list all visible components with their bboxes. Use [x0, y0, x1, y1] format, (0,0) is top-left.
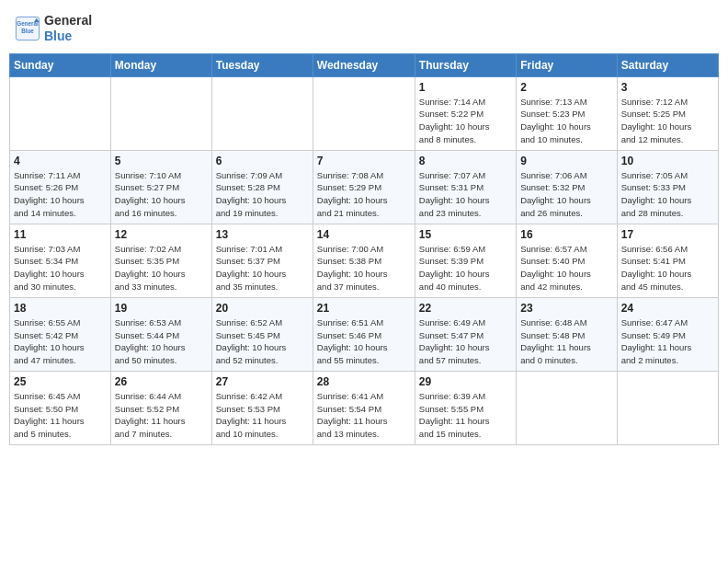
calendar-cell: 15Sunrise: 6:59 AM Sunset: 5:39 PM Dayli…: [415, 224, 516, 297]
day-info: Sunrise: 7:00 AM Sunset: 5:38 PM Dayligh…: [317, 243, 411, 293]
day-number: 9: [520, 155, 612, 167]
col-header-friday: Friday: [517, 53, 617, 76]
day-number: 13: [216, 228, 309, 241]
day-info: Sunrise: 6:47 AM Sunset: 5:49 PM Dayligh…: [621, 316, 714, 367]
day-info: Sunrise: 7:06 AM Sunset: 5:32 PM Dayligh…: [520, 169, 612, 220]
day-number: 18: [14, 302, 107, 315]
day-number: 16: [520, 228, 612, 241]
day-number: 3: [621, 81, 714, 94]
day-info: Sunrise: 6:52 AM Sunset: 5:45 PM Dayligh…: [216, 316, 309, 367]
calendar-cell: 9Sunrise: 7:06 AM Sunset: 5:32 PM Daylig…: [517, 150, 617, 224]
calendar-cell: 7Sunrise: 7:08 AM Sunset: 5:29 PM Daylig…: [313, 150, 415, 224]
day-info: Sunrise: 7:01 AM Sunset: 5:37 PM Dayligh…: [216, 243, 309, 293]
day-number: 29: [419, 375, 512, 388]
day-number: 6: [216, 155, 309, 167]
calendar-cell: 19Sunrise: 6:53 AM Sunset: 5:44 PM Dayli…: [110, 297, 211, 371]
day-number: 25: [14, 375, 107, 388]
calendar-week-row: 1Sunrise: 7:14 AM Sunset: 5:22 PM Daylig…: [10, 76, 719, 150]
day-number: 15: [419, 228, 512, 241]
calendar-cell: 10Sunrise: 7:05 AM Sunset: 5:33 PM Dayli…: [617, 150, 718, 224]
calendar-cell: 4Sunrise: 7:11 AM Sunset: 5:26 PM Daylig…: [10, 150, 111, 224]
calendar-cell: 13Sunrise: 7:01 AM Sunset: 5:37 PM Dayli…: [211, 224, 313, 297]
calendar-cell: 14Sunrise: 7:00 AM Sunset: 5:38 PM Dayli…: [313, 224, 415, 297]
calendar-cell: 8Sunrise: 7:07 AM Sunset: 5:31 PM Daylig…: [415, 150, 516, 224]
day-number: 1: [419, 81, 512, 94]
day-number: 7: [317, 155, 411, 167]
day-info: Sunrise: 7:02 AM Sunset: 5:35 PM Dayligh…: [115, 243, 208, 293]
calendar-cell: 6Sunrise: 7:09 AM Sunset: 5:28 PM Daylig…: [211, 150, 313, 224]
calendar-header-row: SundayMondayTuesdayWednesdayThursdayFrid…: [10, 53, 719, 76]
calendar-cell: 27Sunrise: 6:42 AM Sunset: 5:53 PM Dayli…: [211, 371, 313, 444]
day-info: Sunrise: 6:53 AM Sunset: 5:44 PM Dayligh…: [115, 316, 208, 367]
day-info: Sunrise: 7:07 AM Sunset: 5:31 PM Dayligh…: [419, 169, 512, 220]
day-info: Sunrise: 7:11 AM Sunset: 5:26 PM Dayligh…: [14, 169, 107, 220]
col-header-monday: Monday: [110, 53, 211, 76]
calendar-cell: 26Sunrise: 6:44 AM Sunset: 5:52 PM Dayli…: [110, 371, 211, 444]
day-info: Sunrise: 6:56 AM Sunset: 5:41 PM Dayligh…: [621, 243, 714, 293]
day-info: Sunrise: 7:08 AM Sunset: 5:29 PM Dayligh…: [317, 169, 411, 220]
day-number: 19: [115, 302, 208, 315]
calendar-week-row: 25Sunrise: 6:45 AM Sunset: 5:50 PM Dayli…: [10, 371, 719, 444]
calendar-table: SundayMondayTuesdayWednesdayThursdayFrid…: [9, 53, 719, 445]
day-info: Sunrise: 6:44 AM Sunset: 5:52 PM Dayligh…: [115, 390, 208, 441]
calendar-cell: 20Sunrise: 6:52 AM Sunset: 5:45 PM Dayli…: [211, 297, 313, 371]
day-number: 5: [115, 155, 208, 167]
calendar-cell: [110, 76, 211, 150]
calendar-cell: [617, 371, 718, 444]
col-header-thursday: Thursday: [415, 53, 516, 76]
day-info: Sunrise: 6:55 AM Sunset: 5:42 PM Dayligh…: [14, 316, 107, 367]
day-number: 8: [419, 155, 512, 167]
calendar-week-row: 11Sunrise: 7:03 AM Sunset: 5:34 PM Dayli…: [10, 224, 719, 297]
calendar-cell: 2Sunrise: 7:13 AM Sunset: 5:23 PM Daylig…: [517, 76, 617, 150]
day-number: 26: [115, 375, 208, 388]
day-info: Sunrise: 6:41 AM Sunset: 5:54 PM Dayligh…: [317, 390, 411, 441]
col-header-tuesday: Tuesday: [211, 53, 313, 76]
calendar-cell: 24Sunrise: 6:47 AM Sunset: 5:49 PM Dayli…: [617, 297, 718, 371]
logo-text: General Blue: [44, 13, 92, 44]
day-number: 17: [621, 228, 714, 241]
calendar-cell: 25Sunrise: 6:45 AM Sunset: 5:50 PM Dayli…: [10, 371, 111, 444]
calendar-cell: [211, 76, 313, 150]
calendar-cell: 21Sunrise: 6:51 AM Sunset: 5:46 PM Dayli…: [313, 297, 415, 371]
page-header: General Blue General Blue: [9, 9, 719, 48]
day-number: 21: [317, 302, 411, 315]
day-info: Sunrise: 6:45 AM Sunset: 5:50 PM Dayligh…: [14, 390, 107, 441]
calendar-cell: 29Sunrise: 6:39 AM Sunset: 5:55 PM Dayli…: [415, 371, 516, 444]
day-number: 14: [317, 228, 411, 241]
calendar-cell: 11Sunrise: 7:03 AM Sunset: 5:34 PM Dayli…: [10, 224, 111, 297]
day-number: 20: [216, 302, 309, 315]
day-number: 22: [419, 302, 512, 315]
day-info: Sunrise: 7:14 AM Sunset: 5:22 PM Dayligh…: [419, 96, 512, 146]
col-header-wednesday: Wednesday: [313, 53, 415, 76]
calendar-cell: [517, 371, 617, 444]
day-info: Sunrise: 6:42 AM Sunset: 5:53 PM Dayligh…: [216, 390, 309, 441]
day-info: Sunrise: 6:49 AM Sunset: 5:47 PM Dayligh…: [419, 316, 512, 367]
day-number: 23: [520, 302, 612, 315]
calendar-cell: 16Sunrise: 6:57 AM Sunset: 5:40 PM Dayli…: [517, 224, 617, 297]
day-number: 10: [621, 155, 714, 167]
day-info: Sunrise: 7:10 AM Sunset: 5:27 PM Dayligh…: [115, 169, 208, 220]
calendar-cell: 23Sunrise: 6:48 AM Sunset: 5:48 PM Dayli…: [517, 297, 617, 371]
calendar-cell: 18Sunrise: 6:55 AM Sunset: 5:42 PM Dayli…: [10, 297, 111, 371]
day-info: Sunrise: 6:39 AM Sunset: 5:55 PM Dayligh…: [419, 390, 512, 441]
calendar-cell: 3Sunrise: 7:12 AM Sunset: 5:25 PM Daylig…: [617, 76, 718, 150]
calendar-week-row: 18Sunrise: 6:55 AM Sunset: 5:42 PM Dayli…: [10, 297, 719, 371]
calendar-cell: 28Sunrise: 6:41 AM Sunset: 5:54 PM Dayli…: [313, 371, 415, 444]
col-header-sunday: Sunday: [10, 53, 111, 76]
day-info: Sunrise: 7:12 AM Sunset: 5:25 PM Dayligh…: [621, 96, 714, 146]
logo: General Blue General Blue: [15, 13, 92, 44]
day-number: 12: [115, 228, 208, 241]
logo-icon: General Blue: [15, 16, 40, 41]
day-info: Sunrise: 7:13 AM Sunset: 5:23 PM Dayligh…: [520, 96, 612, 146]
day-number: 24: [621, 302, 714, 315]
calendar-cell: [313, 76, 415, 150]
day-info: Sunrise: 7:09 AM Sunset: 5:28 PM Dayligh…: [216, 169, 309, 220]
calendar-cell: 12Sunrise: 7:02 AM Sunset: 5:35 PM Dayli…: [110, 224, 211, 297]
calendar-cell: 22Sunrise: 6:49 AM Sunset: 5:47 PM Dayli…: [415, 297, 516, 371]
calendar-cell: 5Sunrise: 7:10 AM Sunset: 5:27 PM Daylig…: [110, 150, 211, 224]
svg-text:Blue: Blue: [21, 28, 34, 34]
day-info: Sunrise: 6:51 AM Sunset: 5:46 PM Dayligh…: [317, 316, 411, 367]
day-number: 2: [520, 81, 612, 94]
day-info: Sunrise: 6:59 AM Sunset: 5:39 PM Dayligh…: [419, 243, 512, 293]
day-info: Sunrise: 6:57 AM Sunset: 5:40 PM Dayligh…: [520, 243, 612, 293]
